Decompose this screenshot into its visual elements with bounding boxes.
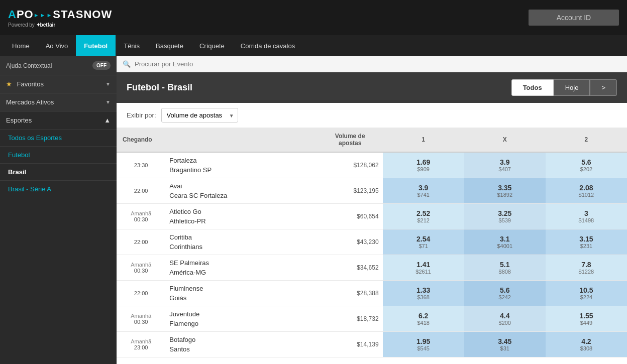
- odds-2[interactable]: 10.5 $224: [546, 281, 627, 306]
- table-row[interactable]: Amanhã 00:30 Atletico Go Athletico-PR $6…: [117, 204, 627, 229]
- team2: Santos: [169, 344, 314, 354]
- account-id-box[interactable]: Account ID: [529, 10, 619, 26]
- odds-1[interactable]: 2.52 $212: [383, 204, 464, 229]
- odds-1[interactable]: 1.95 $545: [383, 332, 464, 357]
- sidebar-favoritos[interactable]: ★ Favoritos ▼: [0, 75, 117, 93]
- exibir-bar: Exibir por: Volume de apostas: [117, 103, 627, 128]
- odds-x[interactable]: 5.1 $808: [464, 255, 546, 281]
- sidebar-help: Ajuda Contextual OFF: [0, 56, 117, 75]
- nav-tenis[interactable]: Tênis: [116, 35, 148, 56]
- odds-1[interactable]: 1.69 $909: [383, 152, 464, 178]
- sidebar-mercados-label: Mercados Ativos: [6, 98, 54, 106]
- nav-basquete[interactable]: Basquete: [148, 35, 191, 56]
- odds-x[interactable]: 5.6 $242: [464, 281, 546, 306]
- nav-home[interactable]: Home: [4, 35, 38, 56]
- odds-1[interactable]: 2.54 $71: [383, 229, 464, 255]
- match-time: Amanhã 23:00: [117, 332, 165, 357]
- exibir-select-wrap: Volume de apostas: [161, 108, 238, 123]
- col-header-volume: Volume de apostas: [318, 128, 383, 152]
- main-content: 🔍 Futebol - Brasil Todos Hoje > Exibir p…: [117, 56, 627, 364]
- table-row[interactable]: 22:00 Avai Ceara SC Fortaleza $123,195 3…: [117, 178, 627, 204]
- match-teams: Fortaleza Bragantino SP: [165, 152, 318, 178]
- team2: Ceara SC Fortaleza: [169, 191, 314, 200]
- odds-x[interactable]: 3.1 $4001: [464, 229, 546, 255]
- sidebar-esportes-label: Esportes: [6, 116, 32, 124]
- main-header: Futebol - Brasil Todos Hoje >: [117, 72, 627, 103]
- sidebar-brasil-link[interactable]: Brasil: [0, 163, 117, 180]
- match-volume: $28,388: [318, 281, 383, 306]
- match-volume: $43,230: [318, 229, 383, 255]
- odds-1[interactable]: 3.9 $741: [383, 178, 464, 204]
- btn-todos[interactable]: Todos: [511, 79, 554, 96]
- odds-x[interactable]: 4.4 $200: [464, 306, 546, 332]
- search-icon: 🔍: [123, 60, 131, 68]
- table-row[interactable]: 22:00 Coritiba Corinthians $43,230 2.54 …: [117, 229, 627, 255]
- sidebar-brasil-serie-a-link[interactable]: Brasil - Série A: [0, 180, 117, 197]
- match-teams: Atletico Go Athletico-PR: [165, 204, 318, 229]
- table-row[interactable]: 23:30 Fortaleza Bragantino SP $128,062 1…: [117, 152, 627, 178]
- exibir-select[interactable]: Volume de apostas: [161, 108, 238, 123]
- btn-hoje[interactable]: Hoje: [554, 79, 590, 96]
- match-volume: $60,654: [318, 204, 383, 229]
- match-time: 22:00: [117, 229, 165, 255]
- sidebar-todos-esportes[interactable]: Todos os Esportes: [0, 129, 117, 146]
- chevron-down-icon: ▼: [106, 81, 111, 87]
- btn-more[interactable]: >: [590, 79, 617, 96]
- match-volume: $14,139: [318, 332, 383, 357]
- logo-powered: Powered by ✦betfair: [8, 22, 55, 28]
- star-icon: ★: [6, 80, 12, 88]
- match-teams: Juventude Flamengo: [165, 306, 318, 332]
- odds-x[interactable]: 3.25 $539: [464, 204, 546, 229]
- logo: APO►►►STASNOW: [8, 8, 112, 21]
- exibir-label: Exibir por:: [127, 111, 156, 119]
- team2: Flamengo: [169, 319, 314, 328]
- match-teams: Fluminense Goiás: [165, 281, 318, 306]
- team1: Coritiba: [169, 232, 314, 242]
- odds-x[interactable]: 3.35 $1892: [464, 178, 546, 204]
- sidebar-esportes-section[interactable]: Esportes ▲: [0, 111, 117, 129]
- nav-criquete[interactable]: Críquete: [191, 35, 233, 56]
- match-teams: Coritiba Corinthians: [165, 229, 318, 255]
- odds-2[interactable]: 2.08 $1012: [546, 178, 627, 204]
- logo-area: APO►►►STASNOW Powered by ✦betfair: [8, 8, 112, 28]
- match-teams: Botafogo Santos: [165, 332, 318, 357]
- search-bar: 🔍: [117, 56, 627, 72]
- search-input[interactable]: [135, 60, 285, 68]
- team1: Fortaleza: [169, 156, 314, 165]
- odds-1[interactable]: 1.41 $2611: [383, 255, 464, 281]
- team2: Bragantino SP: [169, 165, 314, 175]
- table-row[interactable]: Amanhã 23:00 Botafogo Santos $14,139 1.9…: [117, 332, 627, 357]
- sidebar-mercados[interactable]: Mercados Ativos ▼: [0, 93, 117, 111]
- match-volume: $123,195: [318, 178, 383, 204]
- team2: Athletico-PR: [169, 216, 314, 226]
- team2: América-MG: [169, 268, 314, 277]
- header: APO►►►STASNOW Powered by ✦betfair Accoun…: [0, 0, 627, 35]
- odds-2[interactable]: 3 $1498: [546, 204, 627, 229]
- odds-x[interactable]: 3.9 $407: [464, 152, 546, 178]
- toggle-off[interactable]: OFF: [92, 61, 111, 70]
- odds-1[interactable]: 6.2 $418: [383, 306, 464, 332]
- match-volume: $34,652: [318, 255, 383, 281]
- odds-1[interactable]: 1.33 $368: [383, 281, 464, 306]
- team2: Corinthians: [169, 242, 314, 252]
- odds-x[interactable]: 3.45 $31: [464, 332, 546, 357]
- team1: Fluminense: [169, 284, 314, 293]
- team1: Atletico Go: [169, 207, 314, 216]
- col-header-x: X: [464, 128, 546, 152]
- table-row[interactable]: Amanhã 00:30 SE Palmeiras América-MG $34…: [117, 255, 627, 281]
- odds-2[interactable]: 5.6 $202: [546, 152, 627, 178]
- nav-ao-vivo[interactable]: Ao Vivo: [38, 35, 76, 56]
- table-row[interactable]: 22:00 Fluminense Goiás $28,388 1.33 $368…: [117, 281, 627, 306]
- sidebar: Ajuda Contextual OFF ★ Favoritos ▼ Merca…: [0, 56, 117, 364]
- col-header-1: 1: [383, 128, 464, 152]
- nav-futebol[interactable]: Futebol: [76, 35, 116, 56]
- match-volume: $128,062: [318, 152, 383, 178]
- odds-2[interactable]: 3.15 $231: [546, 229, 627, 255]
- sidebar-favoritos-label: Favoritos: [17, 80, 44, 88]
- odds-2[interactable]: 1.55 $449: [546, 306, 627, 332]
- odds-2[interactable]: 7.8 $1228: [546, 255, 627, 281]
- odds-2[interactable]: 4.2 $308: [546, 332, 627, 357]
- sidebar-futebol-link[interactable]: Futebol: [0, 146, 117, 163]
- nav-corrida[interactable]: Corrida de cavalos: [233, 35, 303, 56]
- table-row[interactable]: Amanhã 00:30 Juventude Flamengo $18,732 …: [117, 306, 627, 332]
